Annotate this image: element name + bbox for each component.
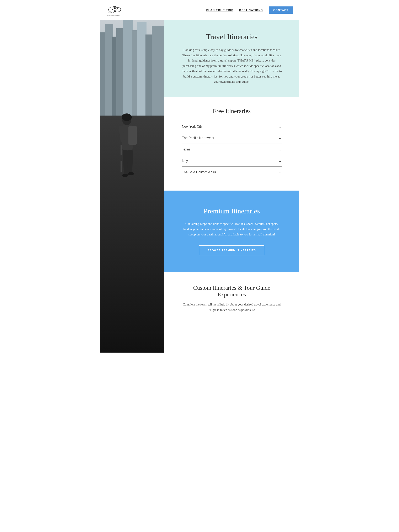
hero-description: Looking for a simple day to day guide as… [181, 47, 283, 85]
accordion-header-nyc[interactable]: New York City ⌄ [182, 124, 282, 129]
logo[interactable]: clouds travel blog & tour guide [106, 4, 125, 16]
svg-rect-24 [128, 126, 137, 145]
destinations-link[interactable]: DESTINATIONS [239, 8, 263, 12]
free-itineraries-section: Free Itineraries New York City ⌄ The Pac… [164, 97, 299, 190]
custom-section: Custom Itineraries & Tour Guide Experien… [164, 272, 299, 325]
svg-rect-13 [146, 34, 153, 115]
nav-links: PLAN YOUR TRIP DESTINATIONS CONTACT [206, 6, 293, 14]
svg-rect-14 [152, 26, 164, 115]
custom-title: Custom Itineraries & Tour Guide Experien… [181, 285, 283, 298]
navigation: clouds travel blog & tour guide PLAN YOU… [100, 0, 299, 20]
photo-svg [100, 20, 164, 352]
accordion-header-texas[interactable]: Texas ⌄ [182, 147, 282, 152]
svg-point-27 [122, 174, 128, 177]
chevron-down-icon-italy: ⌄ [279, 158, 282, 163]
svg-rect-7 [105, 24, 113, 115]
premium-title: Premium Itineraries [181, 207, 283, 215]
browse-premium-button[interactable]: BROWSE PREMIUM ITINERARIES [199, 245, 264, 255]
chevron-down-icon-texas: ⌄ [279, 147, 282, 152]
contact-button[interactable]: CONTACT [269, 6, 293, 14]
svg-rect-9 [116, 28, 124, 115]
accordion-label-nyc: New York City [182, 125, 203, 128]
chevron-down-icon-pacific-northwest: ⌄ [279, 136, 282, 140]
accordion-item-baja[interactable]: The Baja California Sur ⌄ [182, 166, 282, 178]
plan-your-trip-link[interactable]: PLAN YOUR TRIP [206, 8, 234, 12]
svg-rect-18 [120, 161, 122, 172]
accordion-item-italy[interactable]: Italy ⌄ [182, 155, 282, 166]
accordion-header-baja[interactable]: The Baja California Sur ⌄ [182, 170, 282, 175]
accordion-item-pacific-northwest[interactable]: The Pacific Northwest ⌄ [182, 132, 282, 144]
left-photo-panel [100, 20, 164, 353]
free-itineraries-title: Free Itineraries [181, 108, 283, 114]
woman-photo [100, 20, 164, 353]
hero-section: Travel Itineraries Looking for a simple … [164, 20, 299, 97]
svg-rect-10 [123, 20, 133, 115]
accordion-label-texas: Texas [182, 147, 190, 151]
premium-description: Containing Maps and links to specific lo… [181, 221, 283, 237]
svg-point-28 [128, 172, 134, 175]
svg-point-20 [122, 114, 132, 121]
right-content: Travel Itineraries Looking for a simple … [164, 20, 299, 353]
svg-rect-12 [137, 22, 146, 115]
chevron-down-icon-baja: ⌄ [279, 170, 282, 175]
accordion-header-pacific-northwest[interactable]: The Pacific Northwest ⌄ [182, 136, 282, 140]
logo-image: clouds travel blog & tour guide [106, 4, 125, 16]
accordion-label-pacific-northwest: The Pacific Northwest [182, 136, 214, 140]
custom-description: Complete the form, tell me a little bit … [181, 302, 283, 313]
page-wrapper: Travel Itineraries Looking for a simple … [100, 20, 299, 353]
svg-rect-17 [120, 145, 122, 155]
chevron-down-icon-nyc: ⌄ [279, 124, 282, 129]
page-title: Travel Itineraries [181, 32, 283, 41]
accordion-label-baja: The Baja California Sur [182, 171, 216, 174]
accordion-header-italy[interactable]: Italy ⌄ [182, 158, 282, 163]
accordion-label-italy: Italy [182, 159, 188, 163]
svg-text:travel blog & tour guide: travel blog & tour guide [107, 14, 120, 16]
svg-rect-26 [127, 150, 133, 173]
accordion-item-nyc[interactable]: New York City ⌄ [182, 121, 282, 132]
premium-section: Premium Itineraries Containing Maps and … [164, 190, 299, 272]
svg-text:clouds: clouds [108, 11, 115, 14]
accordion-item-texas[interactable]: Texas ⌄ [182, 144, 282, 155]
accordion-container: New York City ⌄ The Pacific Northwest ⌄ … [182, 121, 282, 178]
